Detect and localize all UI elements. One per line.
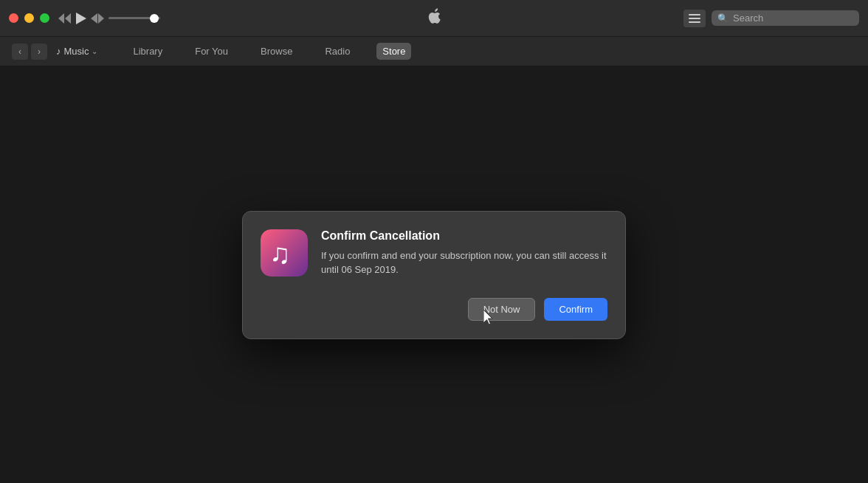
tab-browse[interactable]: Browse <box>255 43 298 60</box>
not-now-button[interactable]: Not Now <box>468 298 536 321</box>
section-dropdown-icon[interactable]: ⌄ <box>92 47 97 55</box>
main-content: ♫ Confirm Cancellation If you confirm an… <box>0 66 868 483</box>
fast-forward-button[interactable] <box>91 13 104 24</box>
confirm-cancellation-dialog: ♫ Confirm Cancellation If you confirm an… <box>242 211 626 339</box>
titlebar: 🔍 Search <box>0 0 868 37</box>
tab-library[interactable]: Library <box>127 43 168 60</box>
window-controls <box>9 13 49 23</box>
playback-controls <box>58 13 160 24</box>
apple-logo <box>427 8 441 28</box>
modal-actions: Not Now Confirm <box>261 298 607 321</box>
volume-slider[interactable] <box>108 17 160 19</box>
search-input[interactable]: Search <box>733 13 763 24</box>
modal-text-content: Confirm Cancellation If you confirm and … <box>321 229 607 277</box>
nav-arrows: ‹ › <box>12 44 47 60</box>
play-button[interactable] <box>76 13 86 24</box>
minimize-button[interactable] <box>24 13 34 23</box>
modal-description: If you confirm and end your subscription… <box>321 249 607 277</box>
modal-title: Confirm Cancellation <box>321 229 607 243</box>
rewind-button[interactable] <box>58 13 72 24</box>
titlebar-right: 🔍 Search <box>683 10 859 27</box>
modal-body: ♫ Confirm Cancellation If you confirm an… <box>261 229 607 277</box>
search-bar[interactable]: 🔍 Search <box>712 10 859 26</box>
forward-button[interactable]: › <box>31 44 47 60</box>
tab-store[interactable]: Store <box>376 43 411 60</box>
maximize-button[interactable] <box>40 13 49 23</box>
section-label: ♪ Music ⌄ <box>56 46 97 57</box>
navbar: ‹ › ♪ Music ⌄ Library For You Browse Rad… <box>0 37 868 66</box>
search-icon: 🔍 <box>717 13 728 24</box>
section-name: Music <box>64 46 89 57</box>
tab-for-you[interactable]: For You <box>189 43 234 60</box>
confirm-button[interactable]: Confirm <box>544 298 607 321</box>
menu-icon-button[interactable] <box>683 10 706 27</box>
app-icon: ♫ <box>261 229 308 277</box>
nav-tabs: Library For You Browse Radio Store <box>127 43 411 60</box>
svg-text:♫: ♫ <box>269 238 291 269</box>
close-button[interactable] <box>9 13 18 23</box>
back-button[interactable]: ‹ <box>12 44 28 60</box>
tab-radio[interactable]: Radio <box>319 43 356 60</box>
music-note-icon: ♪ <box>56 46 61 57</box>
modal-overlay: ♫ Confirm Cancellation If you confirm an… <box>0 66 868 483</box>
